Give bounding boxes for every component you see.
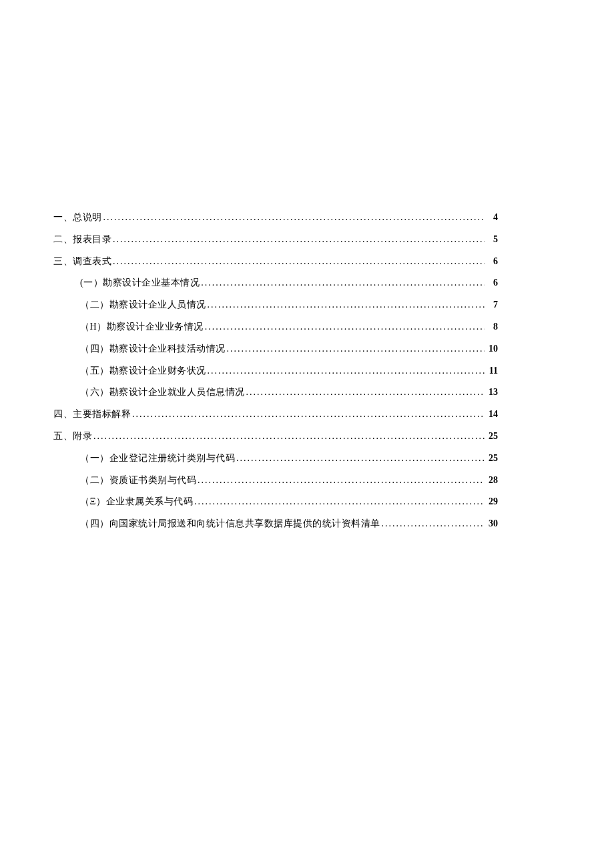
toc-entry-label: 四、主要指标解释 (53, 409, 131, 420)
toc-dot-leader (198, 475, 485, 486)
toc-dot-leader (103, 212, 485, 224)
toc-dot-leader (208, 300, 485, 311)
toc-dot-leader (382, 518, 485, 530)
toc-entry-label: （H）勘察设计企业业务情况 (80, 322, 204, 333)
toc-dot-leader (113, 234, 485, 246)
toc-entry: 二、报表目录5 (53, 234, 498, 246)
toc-entry: （四）向国家统计局报送和向统计信息共享数据库提供的统计资料清单30 (53, 518, 498, 530)
toc-entry: （Ξ）企业隶属关系与代码29 (53, 496, 498, 508)
toc-entry: （六）勘察设计企业就业人员信息情况13 (53, 387, 498, 398)
toc-entry-page: 8 (486, 322, 498, 333)
toc-entry-page: 25 (486, 431, 498, 442)
table-of-contents: 一、总说明4二、报表目录5三、调查表式6(一）勘察设计企业基本情况6（二）勘察设… (53, 212, 498, 530)
toc-entry: （五）勘察设计企业财务状况11 (53, 366, 498, 377)
toc-dot-leader (236, 453, 485, 464)
toc-entry-label: （六）勘察设计企业就业人员信息情况 (80, 387, 245, 398)
toc-entry-page: 10 (486, 344, 498, 355)
toc-entry: 四、主要指标解释14 (53, 409, 498, 420)
toc-entry: 五、附录25 (53, 431, 498, 442)
toc-entry: （一）企业登记注册统计类别与代码25 (53, 453, 498, 464)
toc-entry-page: 5 (486, 234, 498, 246)
toc-dot-leader (246, 387, 485, 398)
toc-entry: 一、总说明4 (53, 212, 498, 224)
toc-entry-page: 7 (486, 300, 498, 311)
toc-entry: （二）勘察设计企业人员情况7 (53, 300, 498, 311)
toc-dot-leader (194, 496, 485, 508)
toc-dot-leader (227, 344, 485, 355)
toc-entry-page: 28 (486, 475, 498, 486)
toc-dot-leader (201, 278, 485, 289)
toc-entry-label: 二、报表目录 (53, 234, 111, 246)
toc-entry-page: 14 (486, 409, 498, 420)
toc-entry-label: （二）勘察设计企业人员情况 (80, 300, 206, 311)
toc-entry-label: （二）资质证书类别与代码 (80, 475, 196, 486)
toc-entry: (一）勘察设计企业基本情况6 (53, 278, 498, 289)
toc-entry-page: 13 (486, 387, 498, 398)
toc-entry-label: （四）勘察设计企业科技活动情况 (80, 344, 226, 355)
toc-entry-label: （一）企业登记注册统计类别与代码 (80, 453, 235, 464)
toc-dot-leader (93, 431, 485, 442)
toc-entry-page: 25 (486, 453, 498, 464)
toc-entry-page: 30 (486, 518, 498, 530)
toc-entry-label: （四）向国家统计局报送和向统计信息共享数据库提供的统计资料清单 (80, 518, 380, 530)
toc-entry-label: 五、附录 (53, 431, 92, 442)
toc-entry: （四）勘察设计企业科技活动情况10 (53, 344, 498, 355)
toc-dot-leader (208, 366, 485, 377)
toc-entry-page: 11 (486, 366, 498, 377)
toc-entry-label: 一、总说明 (53, 212, 102, 224)
toc-entry-page: 6 (486, 278, 498, 289)
toc-entry-label: （五）勘察设计企业财务状况 (80, 366, 206, 377)
toc-entry-label: （Ξ）企业隶属关系与代码 (80, 496, 193, 508)
toc-dot-leader (205, 322, 485, 333)
toc-dot-leader (132, 409, 485, 420)
toc-entry: （H）勘察设计企业业务情况8 (53, 322, 498, 333)
toc-entry-label: 三、调查表式 (53, 256, 111, 268)
toc-entry-page: 29 (486, 496, 498, 508)
toc-entry-page: 4 (486, 212, 498, 224)
toc-entry-label: (一）勘察设计企业基本情况 (80, 278, 200, 289)
toc-entry: （二）资质证书类别与代码28 (53, 475, 498, 486)
toc-entry: 三、调查表式6 (53, 256, 498, 268)
toc-dot-leader (113, 256, 485, 268)
toc-entry-page: 6 (486, 256, 498, 268)
